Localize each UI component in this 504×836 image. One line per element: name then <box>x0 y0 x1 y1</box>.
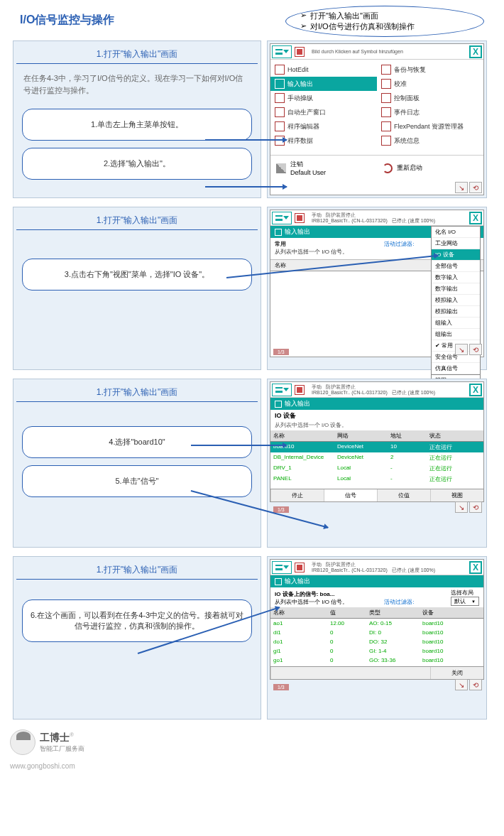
panel-heading: 1.打开"输入输出"画面 <box>16 560 258 580</box>
signal-row[interactable]: do10DO: 32board10 <box>270 637 483 646</box>
logo-name: 工博士 <box>40 732 70 743</box>
corner-icon-2[interactable]: ⟲ <box>469 182 482 193</box>
corner-icon-1[interactable]: ↘ <box>455 182 468 193</box>
view-allsignals[interactable]: 全部信号 <box>432 261 480 272</box>
io-device-hint: 从列表中选择一个 I/O 设备。 <box>270 422 483 430</box>
corner-icons: ↘⟲ <box>455 182 482 193</box>
menu-restart[interactable]: 重新启动 <box>377 156 483 180</box>
view-dropdown[interactable]: 化名 I/O 工业网络 IO 设备 全部信号 数字输入 数字输出 模拟输入 模拟… <box>431 226 481 387</box>
view-sim[interactable]: 仿真信号 <box>432 363 480 374</box>
device-row[interactable]: DRV_1Local-正在运行 <box>270 463 483 474</box>
close-icon[interactable]: X <box>469 212 482 224</box>
intro-bubble: 打开"输入输出"画面 对I/O信号进行仿真和强制操作 <box>285 6 484 37</box>
panel-heading: 1.打开"输入输出"画面 <box>16 44 258 64</box>
menu-autoprod[interactable]: 自动生产窗口 <box>270 105 377 119</box>
arrow-4 <box>191 445 287 446</box>
title-bar-text: Bild durch Klicken auf Symbol hinzufügen <box>307 49 469 55</box>
view-ao[interactable]: 模拟输出 <box>432 306 480 317</box>
panel-heading: 1.打开"输入输出"画面 <box>16 210 258 230</box>
step-1: 1.单击左上角主菜单按钮。 <box>22 109 252 141</box>
menu-io[interactable]: 输入输出 <box>270 77 377 91</box>
device-row-board10[interactable]: board10DeviceNet10正在运行 <box>270 442 483 452</box>
tab-view[interactable]: 视图 <box>430 489 483 501</box>
panel-heading: 1.打开"输入输出"画面 <box>16 382 258 402</box>
corner-icon-1[interactable]: ↘ <box>455 344 468 355</box>
task-tab[interactable]: 1/3 <box>273 349 289 355</box>
panel-left-3: 1.打开"输入输出"画面 4.选择"board10" 5.单击"信号" <box>13 379 261 548</box>
main-menu-button[interactable] <box>272 45 292 58</box>
bottom-tabs: 关闭 <box>270 666 483 679</box>
menu-logout[interactable]: 注销Default User <box>270 156 377 180</box>
corner-icon-2[interactable]: ⟲ <box>469 344 482 355</box>
intro-line-1: 打开"输入输出"画面 <box>300 11 469 21</box>
active-filter-label: 活动过滤器: <box>384 240 414 257</box>
menu-flexpendant[interactable]: FlexPendant 资源管理器 <box>377 119 483 134</box>
corner-icon-1[interactable]: ↘ <box>455 679 468 690</box>
view-alias[interactable]: 化名 I/O <box>432 227 480 238</box>
status-info: 手动 防护装置停止IRB120_BasicTr.. (CN-L-0317320)… <box>307 384 469 395</box>
io-icon <box>275 229 282 236</box>
menu-manual[interactable]: 手动操纵 <box>270 91 377 105</box>
main-menu-button[interactable] <box>272 212 292 224</box>
bottom-tabs: 停止 信号 位值 视图 <box>270 489 483 501</box>
tab-close[interactable]: 关闭 <box>430 667 484 679</box>
arrow-2 <box>205 186 287 188</box>
corner-icons: ↘⟲ <box>455 679 482 690</box>
task-tab[interactable]: 1/3 <box>273 506 289 513</box>
main-menu-button[interactable] <box>272 384 292 396</box>
view-do[interactable]: 数字输出 <box>432 283 480 295</box>
device-row[interactable]: PANELLocal-正在运行 <box>270 474 483 484</box>
breadcrumb-io: 输入输出 <box>270 398 483 410</box>
close-icon[interactable]: X <box>469 561 482 574</box>
tab-stop[interactable]: 停止 <box>270 489 324 501</box>
menu-calib[interactable]: 校准 <box>377 77 483 91</box>
arrow-1 <box>205 139 287 141</box>
menu-sysinfo[interactable]: 系统信息 <box>377 134 483 148</box>
device-row[interactable]: DB_Internal_DeviceDeviceNet2正在运行 <box>270 452 483 463</box>
menu-eventlog[interactable]: 事件日志 <box>377 105 483 119</box>
menu-hotedit[interactable]: HotEdit <box>270 63 377 77</box>
signal-row[interactable]: ao112.00AO: 0-15board10 <box>270 619 483 628</box>
signal-row[interactable]: gi10GI: 1-4board10 <box>270 646 483 656</box>
step-2: 2.选择"输入输出"。 <box>22 148 252 180</box>
menu-controlpanel[interactable]: 控制面板 <box>377 91 483 105</box>
step-4: 4.选择"board10" <box>22 426 252 458</box>
logo-url: www.gongboshi.com <box>0 762 504 770</box>
view-network[interactable]: 工业网络 <box>432 238 480 249</box>
tab-bit[interactable]: 位值 <box>377 489 430 501</box>
intro-paragraph: 在任务4-3中，学习了I/O信号的定义。现在学习一下如何对I/O信号进行监控与操… <box>16 70 258 102</box>
robot-icon <box>295 563 305 572</box>
close-icon[interactable]: X <box>469 45 482 58</box>
robot-icon <box>295 213 305 223</box>
signal-row[interactable]: di10DI: 0board10 <box>270 628 483 637</box>
corner-icon-1[interactable]: ↘ <box>455 501 468 513</box>
breadcrumb-io: 输入输出 <box>270 575 483 587</box>
menu-backup[interactable]: 备份与恢复 <box>377 63 483 77</box>
io-device-title: IO 设备 <box>270 410 483 422</box>
corner-icon-2[interactable]: ⟲ <box>469 501 482 513</box>
close-icon[interactable]: X <box>469 384 482 396</box>
main-menu-button[interactable] <box>272 561 292 574</box>
step-3: 3.点击右下角"视图"菜单，选择"IO 设备"。 <box>22 259 252 291</box>
corner-icon-2[interactable]: ⟲ <box>469 679 482 690</box>
view-ai[interactable]: 模拟输入 <box>432 295 480 306</box>
panel-left-2: 1.打开"输入输出"画面 3.点击右下角"视图"菜单，选择"IO 设备"。 <box>13 207 261 370</box>
key-icon <box>276 163 286 173</box>
layout-select[interactable]: 默认 <box>451 597 479 606</box>
corner-icons: ↘⟲ <box>455 501 482 513</box>
robot-icon <box>295 385 305 395</box>
status-info: 手动 防护装置停止IRB120_BasicTr.. (CN-L-0317320)… <box>307 212 469 223</box>
footer-logo: 工博士® 智能工厂服务商 <box>0 724 504 762</box>
panel-left-4: 1.打开"输入输出"画面 6.在这个画面，可以看到在任务4-3中定义的信号。接着… <box>13 556 261 720</box>
view-go[interactable]: 组输出 <box>432 329 480 340</box>
logo-sub: 智能工厂服务商 <box>40 745 84 752</box>
signal-row[interactable]: go10GO: 33-36board10 <box>270 656 483 665</box>
stop-icon <box>295 47 305 57</box>
tab-signal[interactable]: 信号 <box>324 489 377 501</box>
reload-icon <box>383 163 393 173</box>
view-gi[interactable]: 组输入 <box>432 317 480 329</box>
signals-title: IO 设备上的信号: boa... <box>275 591 334 597</box>
task-tab[interactable]: 1/3 <box>273 684 289 690</box>
view-di[interactable]: 数字输入 <box>432 272 480 283</box>
menu-prgeditor[interactable]: 程序编辑器 <box>270 119 377 134</box>
